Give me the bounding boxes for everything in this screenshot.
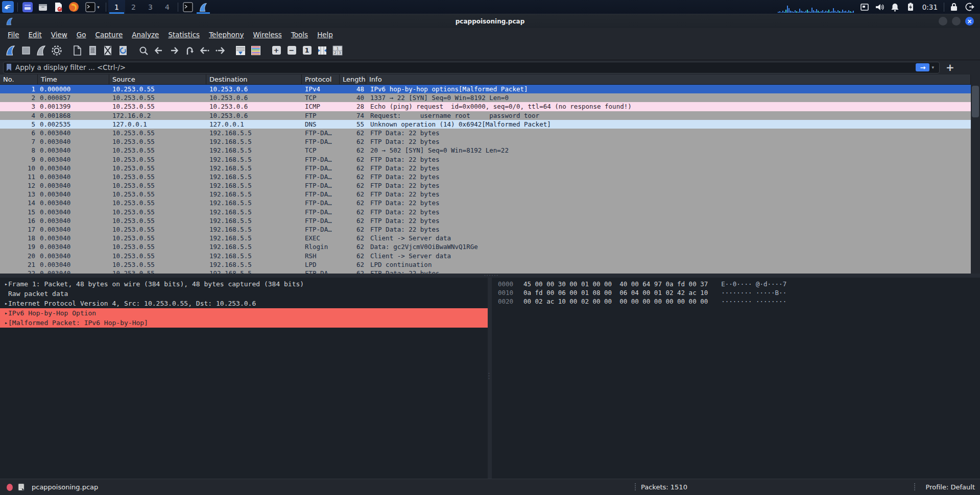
packet-row-6[interactable]: 60.00304010.253.0.55192.168.5.5FTP-DA…62…: [0, 129, 971, 137]
reload-file-icon[interactable]: [115, 43, 131, 58]
kali-menu-icon[interactable]: [0, 0, 15, 14]
stop-capture-icon[interactable]: [18, 43, 34, 58]
expander-icon[interactable]: ▸: [0, 281, 8, 287]
packet-row-11[interactable]: 110.00304010.253.0.55192.168.5.5FTP-DA…6…: [0, 172, 971, 181]
packet-row-20[interactable]: 200.00304010.253.0.55192.168.5.5RSH62Cli…: [0, 252, 971, 260]
tray-window-icon[interactable]: [857, 0, 872, 14]
bookmark-icon[interactable]: [6, 63, 12, 71]
packet-row-2[interactable]: 20.00085710.253.0.5510.253.0.6TCP401337 …: [0, 93, 971, 102]
hex-row-2[interactable]: 002000 02 ac 10 00 02 00 00 00 00 00 00 …: [498, 298, 980, 306]
power-manager-icon[interactable]: [903, 0, 918, 14]
column-header-source[interactable]: Source: [109, 75, 206, 84]
find-packet-icon[interactable]: [136, 43, 151, 58]
packet-row-1[interactable]: 10.00000010.253.0.5510.253.0.6IPv448IPv6…: [0, 85, 971, 93]
go-back-icon[interactable]: [151, 43, 166, 58]
wireshark-task-icon[interactable]: [196, 0, 211, 14]
packet-row-19[interactable]: 190.00304010.253.0.55192.168.5.5Rlogin62…: [0, 242, 971, 251]
resize-columns-icon[interactable]: [315, 43, 330, 58]
titlebar[interactable]: pcappoisoning.pcap ×: [0, 14, 980, 28]
packet-list-header[interactable]: No.TimeSourceDestinationProtocolLengthIn…: [0, 75, 971, 85]
colorize-icon[interactable]: [248, 43, 264, 58]
packet-row-15[interactable]: 150.00304010.253.0.55192.168.5.5FTP-DA…6…: [0, 208, 971, 216]
expander-icon[interactable]: ▸: [0, 301, 8, 306]
column-header-length[interactable]: Length: [340, 75, 366, 84]
menu-edit[interactable]: Edit: [24, 31, 46, 39]
zoom-out-icon[interactable]: −: [284, 43, 299, 58]
display-filter-input[interactable]: Apply a display filter ... <Ctrl-/> → ▾: [3, 62, 940, 73]
hex-row-0[interactable]: 000045 00 00 30 00 01 00 00 40 00 64 97 …: [498, 280, 980, 289]
logout-icon[interactable]: [962, 0, 977, 14]
menu-view[interactable]: View: [46, 31, 72, 39]
detail-row-1[interactable]: Raw packet data: [0, 289, 488, 299]
detail-row-2[interactable]: ▸Internet Protocol Version 4, Src: 10.25…: [0, 299, 488, 308]
detail-row-4[interactable]: ▸[Malformed Packet: IPv6 Hop-by-Hop]: [0, 318, 488, 328]
column-header-time[interactable]: Time: [38, 75, 109, 84]
packet-row-14[interactable]: 140.00304010.253.0.55192.168.5.5FTP-DA…6…: [0, 199, 971, 207]
menu-wireless[interactable]: Wireless: [248, 31, 286, 39]
menu-statistics[interactable]: Statistics: [163, 31, 204, 39]
menu-analyze[interactable]: Analyze: [127, 31, 163, 39]
workspace-2[interactable]: 2: [125, 0, 142, 14]
packet-row-4[interactable]: 40.001868172.16.0.210.253.0.6FTP74Reques…: [0, 111, 971, 120]
terminal-dropdown-icon[interactable]: ▾: [81, 0, 104, 14]
expander-icon[interactable]: ▸: [0, 320, 8, 326]
capture-file-properties-icon[interactable]: [18, 483, 25, 491]
packet-row-13[interactable]: 130.00304010.253.0.55192.168.5.5FTP-DA…6…: [0, 190, 971, 199]
vertical-splitter[interactable]: ···: [488, 278, 492, 479]
packet-row-17[interactable]: 170.00304010.253.0.55192.168.5.5FTP-DA…6…: [0, 225, 971, 234]
detail-row-0[interactable]: ▸Frame 1: Packet, 48 bytes on wire (384 …: [0, 279, 488, 289]
packet-row-10[interactable]: 100.00304010.253.0.55192.168.5.5FTP-DA…6…: [0, 164, 971, 172]
workspace-4[interactable]: 4: [159, 0, 176, 14]
workspace-3[interactable]: 3: [142, 0, 159, 14]
lock-icon[interactable]: [946, 0, 962, 14]
text-editor-icon[interactable]: [51, 0, 66, 14]
go-to-packet-icon[interactable]: [182, 43, 197, 58]
menu-capture[interactable]: Capture: [91, 31, 128, 39]
packet-row-5[interactable]: 50.002535127.0.0.1127.0.0.1DNS55Unknown …: [0, 120, 971, 129]
menu-file[interactable]: File: [3, 31, 24, 39]
notifications-icon[interactable]: [888, 0, 903, 14]
packet-row-12[interactable]: 120.00304010.253.0.55192.168.5.5FTP-DA…6…: [0, 181, 971, 190]
maximize-button[interactable]: [952, 17, 961, 26]
scrollbar-handle[interactable]: [972, 86, 979, 117]
column-header-no[interactable]: No.: [0, 75, 38, 84]
packet-list-scrollbar[interactable]: [971, 75, 980, 274]
layout-icon[interactable]: 123: [330, 43, 345, 58]
last-packet-icon[interactable]: [212, 43, 228, 58]
expander-icon[interactable]: ▸: [0, 310, 8, 316]
minimize-button[interactable]: [939, 17, 947, 26]
menu-tools[interactable]: Tools: [286, 31, 313, 39]
go-forward-icon[interactable]: [166, 43, 182, 58]
capture-options-icon[interactable]: [49, 43, 64, 58]
detail-row-3[interactable]: ▸IPv6 Hop-by-Hop Option: [0, 308, 488, 318]
menu-telephony[interactable]: Telephony: [204, 31, 248, 39]
save-file-icon[interactable]: [85, 43, 100, 58]
zoom-in-icon[interactable]: +: [269, 43, 284, 58]
archive-icon[interactable]: [35, 0, 51, 14]
terminal-task-icon[interactable]: [180, 0, 196, 14]
hex-row-1[interactable]: 00100a fd 00 06 00 01 08 00 06 04 00 01 …: [498, 289, 980, 298]
packet-row-8[interactable]: 80.00304010.253.0.55192.168.5.5TCP6220 →…: [0, 146, 971, 155]
packet-row-18[interactable]: 180.00304010.253.0.55192.168.5.5EXEC62Cl…: [0, 234, 971, 242]
firefox-icon[interactable]: [66, 0, 81, 14]
close-file-icon[interactable]: [100, 43, 115, 58]
auto-scroll-icon[interactable]: [233, 43, 248, 58]
horizontal-splitter[interactable]: ······: [0, 274, 980, 278]
menu-help[interactable]: Help: [313, 31, 338, 39]
close-button[interactable]: ×: [965, 17, 974, 26]
packet-row-7[interactable]: 70.00304010.253.0.55192.168.5.5FTP-DA…62…: [0, 137, 971, 146]
profile-label[interactable]: Profile: Default: [926, 483, 975, 491]
first-packet-icon[interactable]: [197, 43, 212, 58]
filter-dropdown-caret[interactable]: ▾: [931, 65, 934, 70]
file-manager-icon[interactable]: [20, 0, 35, 14]
packet-row-21[interactable]: 210.00304010.253.0.55192.168.5.5LPD62LPD…: [0, 260, 971, 269]
workspace-1[interactable]: 1: [108, 0, 125, 14]
packet-row-3[interactable]: 30.00139910.253.0.5510.253.0.6ICMP28Echo…: [0, 102, 971, 111]
packet-row-16[interactable]: 160.00304010.253.0.55192.168.5.5FTP-DA…6…: [0, 216, 971, 225]
column-header-protocol[interactable]: Protocol: [302, 75, 340, 84]
menu-go[interactable]: Go: [72, 31, 91, 39]
restart-capture-icon[interactable]: [34, 43, 49, 58]
column-header-destination[interactable]: Destination: [206, 75, 302, 84]
apply-filter-button[interactable]: →: [916, 63, 929, 71]
packet-row-9[interactable]: 90.00304010.253.0.55192.168.5.5FTP-DA…62…: [0, 155, 971, 164]
